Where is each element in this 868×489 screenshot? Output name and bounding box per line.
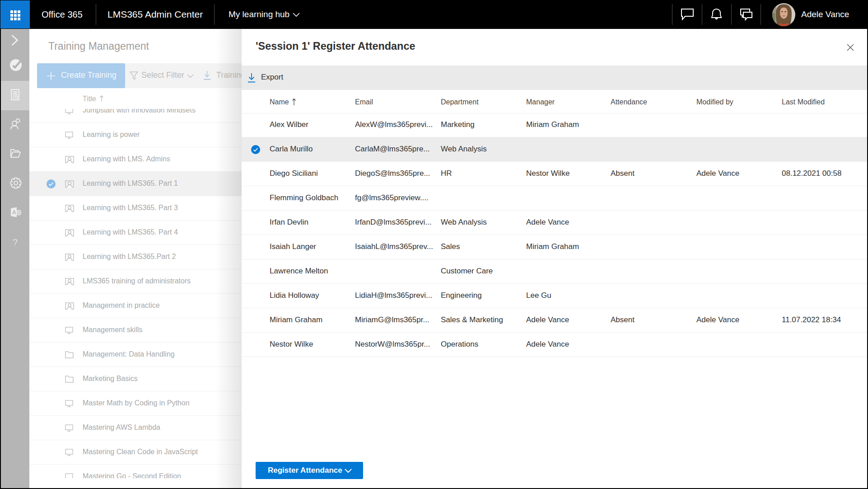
svg-text:A: A [12,209,16,216]
